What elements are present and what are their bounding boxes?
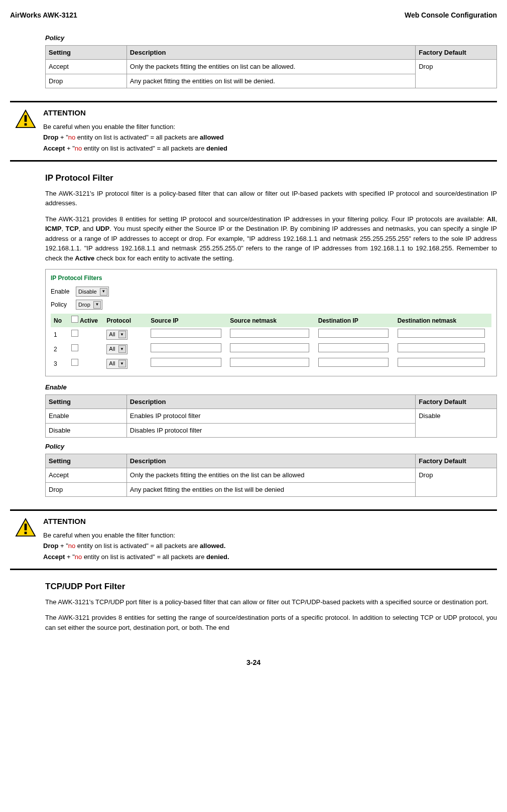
dest-ip-input[interactable]	[318, 358, 389, 367]
svg-rect-1	[25, 115, 27, 121]
th-default: Factory Default	[416, 394, 497, 409]
paragraph: The AWK-3121's TCP/UDP port filter is a …	[45, 597, 497, 607]
tcpudp-heading: TCP/UDP Port Filter	[45, 580, 497, 593]
cell: Drop	[46, 74, 127, 88]
th-setting: Setting	[46, 45, 127, 60]
active-checkbox[interactable]	[71, 330, 78, 337]
filter-grid: No Active Protocol Source IP Source netm…	[51, 314, 491, 371]
dest-netmask-input[interactable]	[398, 329, 485, 338]
cell: Any packet fitting the entities on the l…	[126, 482, 415, 497]
th-description: Description	[126, 394, 415, 409]
enable-select[interactable]: Disable▼	[76, 287, 109, 297]
warning-icon	[15, 518, 36, 537]
paragraph: The AWK-3121 provides 8 entities for set…	[45, 214, 497, 263]
chevron-down-icon: ▼	[100, 288, 107, 296]
th-default: Factory Default	[416, 45, 497, 60]
header-section: Web Console Configuration	[405, 10, 497, 21]
source-netmask-input[interactable]	[230, 329, 309, 338]
active-checkbox[interactable]	[71, 359, 78, 366]
protocol-select[interactable]: All▼	[106, 359, 127, 369]
cell: Drop	[416, 468, 497, 497]
attention-block-1: ATTENTION Be careful when you enable the…	[10, 101, 497, 162]
screenshot-title: IP Protocol Filters	[51, 274, 491, 283]
dest-netmask-input[interactable]	[398, 358, 485, 367]
source-netmask-input[interactable]	[230, 358, 309, 367]
th-no: No	[51, 314, 68, 327]
enable-label: Enable	[51, 287, 76, 296]
cell: Disable	[416, 409, 497, 438]
dest-ip-input[interactable]	[318, 329, 389, 338]
th-dest-netmask: Destination netmask	[395, 314, 491, 327]
attention-text: Be careful when you enable the filter fu…	[43, 122, 227, 132]
policy2-table: Setting Description Factory Default Acce…	[45, 454, 497, 497]
cell: Accept	[46, 60, 127, 74]
dest-netmask-input[interactable]	[398, 343, 485, 352]
th-protocol: Protocol	[103, 314, 148, 327]
th-source-netmask: Source netmask	[227, 314, 315, 327]
source-netmask-input[interactable]	[230, 343, 309, 352]
svg-rect-4	[25, 523, 27, 530]
enable-label: Enable	[45, 382, 497, 392]
th-dest-ip: Destination IP	[315, 314, 395, 327]
attention-text: Accept + "no entity on list is activated…	[43, 144, 227, 154]
chevron-down-icon: ▼	[118, 345, 126, 353]
attention-text: Drop + "no entity on list is activated" …	[43, 132, 227, 143]
attention-block-2: ATTENTION Be careful when you enable the…	[10, 509, 497, 570]
ip-protocol-filters-screenshot: IP Protocol Filters Enable Disable▼ Poli…	[45, 269, 497, 376]
svg-rect-2	[25, 123, 27, 126]
cell: Any packet fitting the entities on list …	[126, 74, 415, 88]
paragraph: The AWK-3121 provides 8 entities for set…	[45, 613, 497, 632]
policy-label: Policy	[51, 300, 76, 309]
policy-select[interactable]: Drop▼	[76, 300, 102, 310]
attention-title: ATTENTION	[43, 516, 229, 527]
attention-text: Accept + "no entity on list is activated…	[43, 552, 229, 562]
page-number: 3-24	[10, 657, 497, 668]
source-ip-input[interactable]	[151, 329, 221, 338]
cell: Disables IP protocol filter	[126, 423, 415, 438]
cell: Accept	[46, 468, 127, 483]
svg-rect-5	[25, 532, 27, 534]
cell: Enable	[46, 409, 127, 424]
th-active: Active	[68, 314, 103, 327]
attention-text: Drop + "no entity on list is activated" …	[43, 541, 229, 551]
source-ip-input[interactable]	[151, 358, 221, 367]
th-source-ip: Source IP	[148, 314, 227, 327]
table-row: 3 All▼	[51, 356, 491, 371]
header-product: AirWorks AWK-3121	[10, 10, 77, 21]
chevron-down-icon: ▼	[118, 331, 126, 338]
th-description: Description	[126, 454, 415, 468]
cell: Only the packets fitting the entities on…	[126, 60, 415, 74]
paragraph: The AWK-3121's IP protocol filter is a p…	[45, 189, 497, 208]
table-row: 1 All▼	[51, 327, 491, 342]
cell: Drop	[46, 482, 127, 497]
th-description: Description	[126, 45, 415, 60]
chevron-down-icon: ▼	[93, 301, 101, 309]
cell: Drop	[416, 60, 497, 88]
cell: Disable	[46, 423, 127, 438]
table-row: 2 All▼	[51, 342, 491, 356]
protocol-select[interactable]: All▼	[106, 330, 127, 340]
attention-title: ATTENTION	[43, 107, 227, 119]
active-all-checkbox[interactable]	[71, 316, 78, 323]
ip-protocol-filter-heading: IP Protocol Filter	[45, 172, 497, 185]
policy2-label: Policy	[45, 442, 497, 452]
warning-icon	[15, 109, 36, 128]
policy1-label: Policy	[45, 33, 497, 43]
dest-ip-input[interactable]	[318, 343, 389, 352]
policy1-table: Setting Description Factory Default Acce…	[45, 45, 497, 89]
active-checkbox[interactable]	[71, 344, 78, 351]
th-setting: Setting	[46, 454, 127, 468]
cell: Only the packets fitting the entities on…	[126, 468, 415, 483]
th-setting: Setting	[46, 394, 127, 409]
cell: Enables IP protocol filter	[126, 409, 415, 424]
chevron-down-icon: ▼	[118, 360, 126, 367]
protocol-select[interactable]: All▼	[106, 344, 127, 354]
attention-text: Be careful when you enable the filter fu…	[43, 530, 229, 540]
th-default: Factory Default	[416, 454, 497, 468]
source-ip-input[interactable]	[151, 343, 221, 352]
enable-table: Setting Description Factory Default Enab…	[45, 394, 497, 438]
